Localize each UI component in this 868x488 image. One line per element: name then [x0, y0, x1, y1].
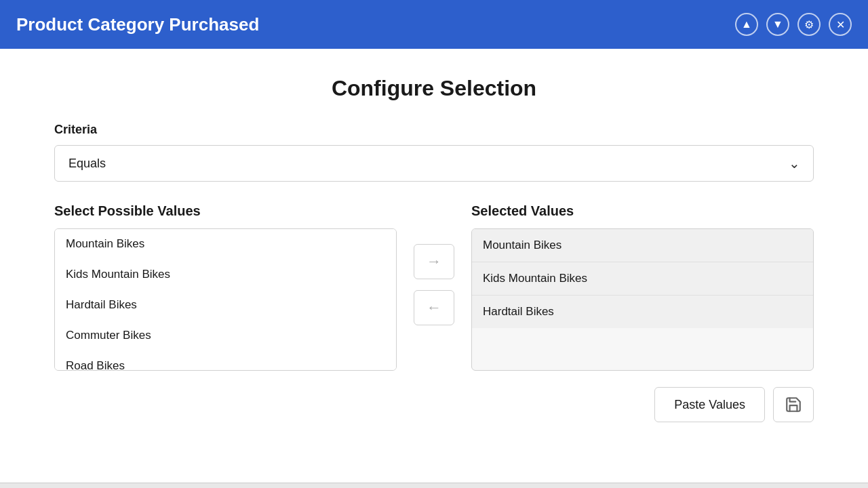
list-item[interactable]: Mountain Bikes	[55, 229, 396, 260]
header-icon-group: ▲ ▼ ⚙ ✕	[735, 13, 852, 36]
scroll-down-button[interactable]: ▼	[766, 13, 789, 36]
selected-values-list[interactable]: Mountain BikesKids Mountain BikesHardtai…	[471, 228, 814, 371]
possible-values-label: Select Possible Values	[54, 203, 397, 219]
settings-button[interactable]: ⚙	[797, 13, 821, 36]
header: Product Category Purchased ▲ ▼ ⚙ ✕	[0, 0, 868, 49]
list-item[interactable]: Hardtail Bikes	[472, 296, 813, 328]
save-icon	[785, 396, 802, 413]
footer: Raw Count: 5,688	[0, 483, 868, 488]
transfer-buttons: → ←	[397, 203, 471, 325]
criteria-select-wrapper: EqualsNot EqualsContainsDoes Not Contain…	[54, 145, 814, 182]
save-button[interactable]	[773, 387, 814, 422]
list-item[interactable]: Commuter Bikes	[55, 321, 396, 351]
possible-values-list[interactable]: Mountain BikesKids Mountain BikesHardtai…	[54, 228, 397, 371]
bottom-actions: Paste Values	[54, 387, 814, 422]
page-title: Product Category Purchased	[16, 14, 259, 35]
list-item[interactable]: Hardtail Bikes	[55, 290, 396, 321]
possible-values-column: Select Possible Values Mountain BikesKid…	[54, 203, 397, 371]
scroll-up-button[interactable]: ▲	[735, 13, 758, 36]
list-item[interactable]: Kids Mountain Bikes	[55, 260, 396, 290]
configure-title: Configure Selection	[54, 76, 814, 101]
list-item[interactable]: Mountain Bikes	[472, 229, 813, 262]
criteria-select[interactable]: EqualsNot EqualsContainsDoes Not Contain	[54, 145, 814, 182]
move-right-button[interactable]: →	[414, 244, 454, 279]
list-item[interactable]: Kids Mountain Bikes	[472, 262, 813, 296]
list-item[interactable]: Road Bikes	[55, 351, 396, 371]
criteria-label: Criteria	[54, 123, 814, 137]
main-content: Configure Selection Criteria EqualsNot E…	[0, 49, 868, 483]
paste-values-button[interactable]: Paste Values	[654, 387, 765, 422]
close-button[interactable]: ✕	[829, 13, 852, 36]
columns-row: Select Possible Values Mountain BikesKid…	[54, 203, 814, 371]
selected-values-column: Selected Values Mountain BikesKids Mount…	[471, 203, 814, 371]
selected-values-label: Selected Values	[471, 203, 814, 219]
move-left-button[interactable]: ←	[414, 290, 454, 325]
